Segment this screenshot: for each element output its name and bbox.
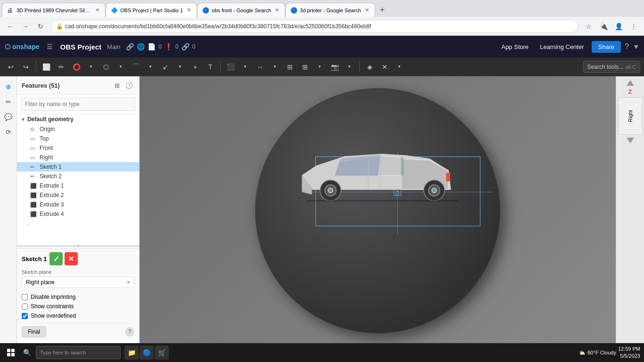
toolbar-pattern[interactable]: 📷 <box>328 60 342 74</box>
view-up-arrow[interactable] <box>627 80 634 86</box>
toolbar-transform[interactable]: ⬛ <box>223 60 238 74</box>
extrude1-item[interactable]: ⬛ Extrude 1 <box>17 181 139 190</box>
feature-history-icon[interactable]: 🕐 <box>124 80 134 90</box>
hamburger-menu[interactable]: ☰ <box>43 40 57 53</box>
toolbar-point[interactable]: + <box>188 60 202 74</box>
toolbar-arc[interactable]: ⌒ <box>129 60 143 74</box>
search-tools[interactable]: Search tools... alt C <box>583 61 640 73</box>
extrude3-icon: ⬛ <box>30 202 37 208</box>
tab-1-close[interactable]: ✕ <box>94 7 100 13</box>
tab-3[interactable]: 🔵 obs front - Google Search ✕ <box>197 3 285 17</box>
arc-dropdown[interactable]: ▼ <box>143 60 157 74</box>
show-constraints-checkbox[interactable] <box>22 304 28 310</box>
toolbar-circle[interactable]: ⭕ <box>69 60 83 74</box>
feature-expand-icon[interactable]: ⊞ <box>112 80 122 90</box>
forward-button[interactable]: → <box>19 20 32 33</box>
default-geometry-header[interactable]: ▼ Default geometry <box>17 114 139 124</box>
toolbar-constrain[interactable]: ◈ <box>363 60 377 74</box>
feature-search-input[interactable] <box>21 98 135 111</box>
sketch-ok-button[interactable]: ✓ <box>50 252 63 265</box>
sketch1-item[interactable]: ✏ Sketch 1 <box>17 162 139 172</box>
file-icon[interactable]: 📄 <box>148 43 156 50</box>
history-sidebar-icon[interactable]: ⟳ <box>2 125 15 139</box>
taskbar-store[interactable]: 🛒 <box>155 346 169 360</box>
start-button[interactable] <box>4 346 18 360</box>
taskbar-search[interactable]: Type here to search <box>36 346 121 359</box>
extrude2-item[interactable]: ⬛ Extrude 2 <box>17 190 139 200</box>
tab-3-close[interactable]: ✕ <box>274 7 280 13</box>
toolbar-mirror[interactable]: ⊞ <box>298 60 312 74</box>
sketch-icon[interactable]: ✏ <box>2 95 15 108</box>
search-tools-text: Search tools... <box>587 64 624 70</box>
spline-dropdown[interactable]: ▼ <box>173 60 187 74</box>
tab-1[interactable]: 🖨 3D Printed 1989 Chevrolet Silver... ✕ <box>2 3 106 17</box>
disable-imprinting-checkbox[interactable] <box>22 294 28 300</box>
app-store-button[interactable]: App Store <box>497 41 532 52</box>
toolbar-text[interactable]: T <box>203 60 217 74</box>
polygon-dropdown[interactable]: ▼ <box>114 60 128 74</box>
back-button[interactable]: ← <box>4 20 17 33</box>
account-button[interactable]: ▼ <box>633 43 639 50</box>
toolbar-measure[interactable]: ✕ <box>378 60 392 74</box>
mirror-dropdown[interactable]: ▼ <box>313 60 327 74</box>
taskbar-file-explorer[interactable]: 📁 <box>124 346 139 360</box>
sketch2-item[interactable]: ✏ Sketch 2 <box>17 172 139 181</box>
tab-4-close[interactable]: ✕ <box>364 7 370 13</box>
features-icon[interactable]: ⊕ <box>2 80 15 93</box>
toolbar-select[interactable]: ⬜ <box>39 60 53 74</box>
view-down-arrow[interactable] <box>627 138 634 143</box>
toolbar-redo[interactable]: ↪ <box>19 60 33 74</box>
right-plane-item[interactable]: ▭ Right <box>17 153 139 162</box>
address-text: cad.onshape.com/documents/bd1bb60cfa8480… <box>65 23 371 30</box>
onshape-logo[interactable]: ⬡ onshape <box>5 43 40 50</box>
share-button[interactable]: Share <box>592 41 621 53</box>
origin-item[interactable]: ⊙ Origin <box>17 124 139 134</box>
tab-2-close[interactable]: ✕ <box>186 7 192 13</box>
show-overdefined-checkbox[interactable] <box>22 313 28 319</box>
show-overdefined-option[interactable]: Show overdefined <box>22 313 134 319</box>
panel-resize-handle[interactable]: ≡ <box>17 245 139 247</box>
measure-dropdown[interactable]: ▼ <box>392 60 406 74</box>
extrude4-item[interactable]: ⬛ Extrude 4 <box>17 209 139 219</box>
measure-group: ✕ ▼ <box>378 60 406 74</box>
taskbar-chrome[interactable]: 🔵 <box>140 346 154 360</box>
toolbar-equal[interactable]: ⊞ <box>283 60 297 74</box>
warning-icon[interactable]: ❗ <box>165 43 173 50</box>
extensions-button[interactable]: 🔌 <box>597 20 610 33</box>
globe-icon[interactable]: 🌐 <box>137 43 145 50</box>
menu-button[interactable]: ⋮ <box>627 20 640 33</box>
tab-4[interactable]: 🔵 3d printer - Google Search ✕ <box>285 3 375 17</box>
link-icon[interactable]: 🔗 <box>126 43 134 50</box>
new-tab-button[interactable]: + <box>375 3 389 17</box>
show-constraints-option[interactable]: Show constraints <box>22 303 134 310</box>
transform-dropdown[interactable]: ▼ <box>238 60 252 74</box>
address-bar[interactable]: 🔒 cad.onshape.com/documents/bd1bb60cfa84… <box>51 20 578 33</box>
dimension-dropdown[interactable]: ▼ <box>268 60 282 74</box>
view-right-face[interactable]: Right <box>618 97 643 135</box>
toolbar-dimension[interactable]: ↔ <box>253 60 267 74</box>
toolbar-undo[interactable]: ↩ <box>4 60 18 74</box>
link2-icon[interactable]: 🔗 <box>182 43 190 50</box>
circle-dropdown[interactable]: ▼ <box>84 60 98 74</box>
pattern-dropdown[interactable]: ▼ <box>342 60 356 74</box>
final-button[interactable]: Final <box>22 326 46 337</box>
sketch-help-icon[interactable]: ? <box>125 327 134 337</box>
search-button[interactable]: 🔍 <box>20 346 34 360</box>
extrude3-item[interactable]: ⬛ Extrude 3 <box>17 200 139 209</box>
profile-button[interactable]: 👤 <box>612 20 625 33</box>
front-plane-item[interactable]: ▭ Front <box>17 143 139 153</box>
help-button[interactable]: ? <box>625 42 629 51</box>
toolbar-line[interactable]: ✏ <box>54 60 68 74</box>
learning-center-button[interactable]: Learning Center <box>536 41 587 52</box>
top-plane-item[interactable]: ▭ Top <box>17 134 139 143</box>
sketch-cancel-button[interactable]: ✕ <box>65 252 78 265</box>
toolbar-spline[interactable]: ↙ <box>158 60 173 74</box>
bookmark-button[interactable]: ☆ <box>582 20 595 33</box>
sketch-plane-clear[interactable]: × <box>127 279 130 286</box>
disable-imprinting-option[interactable]: Disable imprinting <box>22 294 134 300</box>
secondary-toolbar: ↩ ↪ ⬜ ✏ ⭕ ▼ ⬡ ▼ ⌒ ▼ ↙ ▼ + T ⬛ ▼ ↔ ▼ <box>0 58 644 76</box>
comment-icon[interactable]: 💬 <box>2 110 15 123</box>
tab-2[interactable]: 🔷 OBS Project | Part Studio 1 ✕ <box>106 3 197 17</box>
refresh-button[interactable]: ↻ <box>34 20 47 33</box>
toolbar-polygon[interactable]: ⬡ <box>99 60 113 74</box>
